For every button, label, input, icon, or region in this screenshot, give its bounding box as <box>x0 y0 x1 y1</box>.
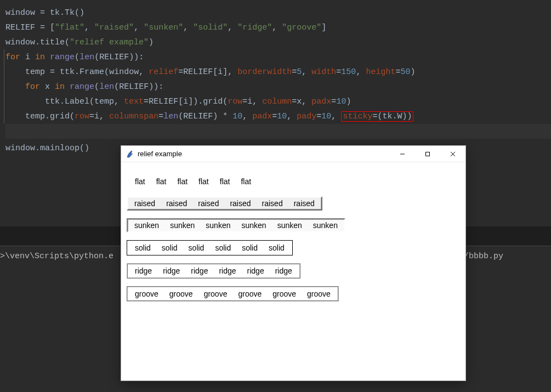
close-button[interactable] <box>440 146 465 162</box>
code-line: temp = ttk.Frame(window, relief=RELIEF[i… <box>5 65 551 79</box>
window-title: relief example <box>138 150 182 158</box>
titlebar[interactable]: relief example <box>121 146 465 162</box>
code-line: window.title("relief example") <box>5 35 551 50</box>
code-editor[interactable]: window = tk.Tk() RELIEF = ["flat", "rais… <box>0 0 551 156</box>
frame-sunken: sunkensunkensunkensunkensunkensunken <box>127 218 345 232</box>
code-line: for x in range(len(RELIEF)): <box>5 79 551 94</box>
minimize-button[interactable] <box>390 146 415 162</box>
tk-body: flatflatflatflatflatflat raisedraisedrai… <box>121 162 465 317</box>
code-line: temp.grid(row=i, columnspan=len(RELIEF) … <box>5 109 551 124</box>
frame-ridge: ridgeridgeridgeridgeridgeridge <box>127 263 300 279</box>
tk-feather-icon <box>126 150 134 158</box>
highlighted-argument: sticky=(tk.W)) <box>341 111 413 122</box>
maximize-button[interactable] <box>415 146 440 162</box>
code-line: RELIEF = ["flat", "raised", "sunken", "s… <box>5 20 551 35</box>
current-line-highlight <box>5 124 551 139</box>
code-line: for i in range(len(RELIEF)): <box>5 50 551 65</box>
fold-gutter <box>0 49 4 123</box>
code-line: window = tk.Tk() <box>5 5 551 20</box>
code-line: ttk.Label(temp, text=RELIEF[i]).grid(row… <box>5 94 551 109</box>
frame-flat: flatflatflatflatflatflat <box>127 174 259 189</box>
tk-app-window[interactable]: relief example flatflatflatflatflatflat … <box>121 145 466 381</box>
svg-rect-1 <box>426 152 430 156</box>
frame-groove: groovegroovegroovegroovegroovegroove <box>127 286 339 302</box>
frame-raised: raisedraisedraisedraisedraisedraised <box>127 196 322 211</box>
frame-solid: solidsolidsolidsolidsolidsolid <box>127 240 293 255</box>
